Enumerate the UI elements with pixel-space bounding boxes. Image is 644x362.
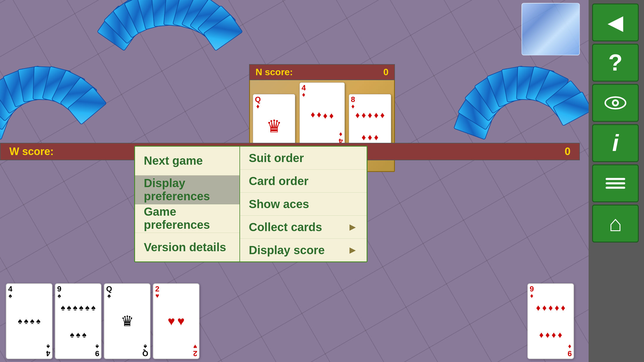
right-sidebar: ◀ ? i ⌂ (589, 0, 644, 362)
west-score-label: W score: (9, 145, 54, 158)
west-score-value: 0 (565, 145, 570, 158)
hand-card-4-spades[interactable]: 4 ♠ ♠ ♠ ♠ ♠ 4 ♠ (6, 283, 52, 359)
menu-left-panel: Next game Display preferences Game prefe… (135, 147, 240, 261)
eye-button[interactable] (592, 84, 639, 122)
right-card-fan (472, 61, 583, 146)
info-button[interactable]: i (592, 124, 639, 162)
left-card-fan (0, 61, 99, 146)
north-score-bar: N score: 0 (249, 64, 395, 80)
menu-item-next-game[interactable]: Next game (135, 147, 239, 175)
hand-card-2-hearts[interactable]: 2 ♥ ♥ ♥ 2 ♥ (153, 283, 200, 359)
hand-card-q-spades[interactable]: Q ♠ ♛ Q ♠ (104, 283, 150, 359)
menu-item-display-score[interactable]: Display score ► (240, 239, 367, 261)
menu-lines-button[interactable] (592, 164, 639, 202)
menu-item-collect-cards[interactable]: Collect cards ► (240, 216, 367, 239)
menu-item-display-preferences[interactable]: Display preferences (135, 175, 239, 204)
menu-right-panel: Suit order Card order Show aces Collect … (240, 147, 367, 261)
hand-card-9-spades[interactable]: 9 ♠ ♠ ♠ ♠ ♠ ♠ ♠ ♠ ♠ ♠ 9 ♠ (55, 283, 102, 359)
top-card-fan (114, 0, 242, 61)
menu-item-card-order[interactable]: Card order (240, 170, 367, 193)
menu-item-game-preferences[interactable]: Game preferences (135, 204, 239, 233)
back-button[interactable]: ◀ (592, 3, 639, 41)
menu-item-suit-order[interactable]: Suit order (240, 147, 367, 170)
menu-item-show-aces[interactable]: Show aces (240, 193, 367, 216)
context-menu: Next game Display preferences Game prefe… (134, 146, 368, 262)
collect-cards-arrow: ► (347, 221, 358, 233)
card-4-diamonds[interactable]: 4 ♦ ♦ ♦ ♦ ♦ 4 ♦ (300, 82, 345, 147)
north-score-value: 0 (383, 67, 388, 78)
north-score-label: N score: (256, 67, 293, 78)
svg-point-2 (614, 101, 617, 105)
display-score-arrow: ► (347, 244, 358, 256)
menu-item-version-details[interactable]: Version details (135, 233, 239, 261)
help-button[interactable]: ? (592, 44, 639, 82)
player-hand: 4 ♠ ♠ ♠ ♠ ♠ 4 ♠ 9 ♠ ♠ ♠ ♠ ♠ ♠ ♠ ♠ ♠ ♠ (0, 275, 580, 362)
hand-card-9-diamonds[interactable]: 9 ♦ ♦ ♦ ♦ ♦ ♦ ♦ ♦ ♦ ♦ 9 ♦ (527, 283, 574, 359)
top-right-card-image (522, 3, 580, 55)
home-button[interactable]: ⌂ (592, 205, 639, 242)
